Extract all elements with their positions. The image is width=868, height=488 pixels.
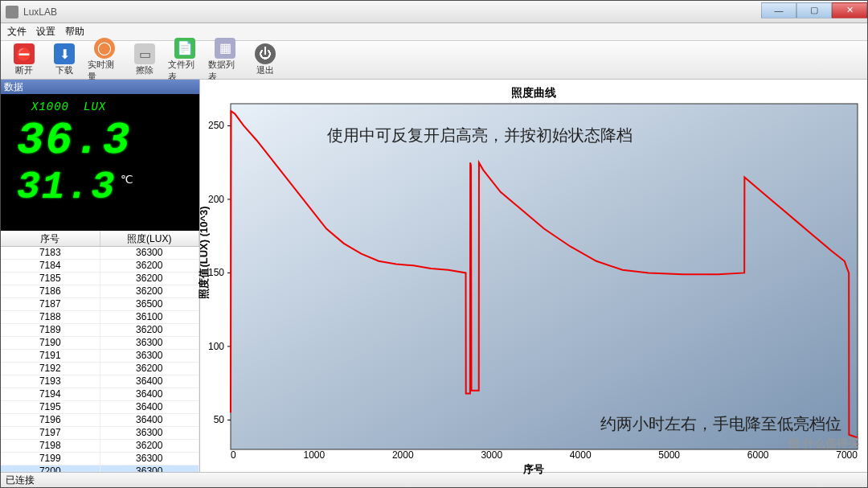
table-row[interactable]: 719436400 (1, 388, 199, 401)
table-row[interactable]: 718936200 (1, 324, 199, 337)
lcd-multiplier: X1000 (31, 100, 69, 113)
main-area: 数据 X1000 LUX 36.3 31.3 ℃ 序号 照度(LUX) 7183… (1, 80, 867, 472)
col-seq[interactable]: 序号 (1, 231, 100, 246)
status-text: 已连接 (6, 474, 35, 487)
realtime-button[interactable]: ◯实时测量 (86, 36, 123, 84)
svg-text:200: 200 (208, 194, 224, 205)
svg-rect-0 (231, 104, 858, 449)
data-grid[interactable]: 序号 照度(LUX) 71833630071843620071853620071… (1, 231, 199, 472)
table-row[interactable]: 719336400 (1, 375, 199, 388)
table-row[interactable]: 719836200 (1, 440, 199, 453)
table-row[interactable]: 718736500 (1, 298, 199, 311)
toolbar: ⛔断开 ⬇下载 ◯实时测量 ▭擦除 📄文件列表 ▦数据列表 ⏻退出 (1, 41, 867, 80)
titlebar: LuxLAB — ▢ ✕ (1, 1, 867, 23)
table-row[interactable]: 718836100 (1, 311, 199, 324)
exit-icon: ⏻ (255, 43, 276, 64)
watermark: 值 什么值得买 (788, 437, 859, 451)
menubar: 文件 设置 帮助 (1, 23, 867, 41)
table-row[interactable]: 718536200 (1, 273, 199, 285)
datalist-icon: ▦ (215, 38, 235, 59)
table-row[interactable]: 719736300 (1, 427, 199, 440)
table-row[interactable]: 719536400 (1, 401, 199, 414)
exit-button[interactable]: ⏻退出 (247, 42, 284, 78)
download-icon: ⬇ (54, 43, 75, 64)
download-button[interactable]: ⬇下载 (46, 42, 83, 78)
chart-xlabel: 序号 (208, 462, 859, 477)
table-row[interactable]: 718336300 (1, 247, 199, 260)
realtime-icon: ◯ (94, 38, 115, 59)
col-lux[interactable]: 照度(LUX) (100, 231, 200, 246)
svg-text:250: 250 (208, 120, 224, 131)
svg-text:50: 50 (214, 414, 225, 425)
menu-help[interactable]: 帮助 (65, 25, 84, 39)
close-button[interactable]: ✕ (832, 2, 867, 18)
window-title: LuxLAB (23, 6, 761, 18)
datalist-button[interactable]: ▦数据列表 (207, 36, 244, 84)
lcd-unit: LUX (84, 100, 106, 113)
table-row[interactable]: 719936300 (1, 453, 199, 465)
chart-plot[interactable]: 50100150200250 使用中可反复开启高亮，并按初始状态降档 约两小时左… (231, 104, 858, 449)
table-row[interactable]: 719036300 (1, 337, 199, 350)
chart-xticks: 01000200030004000500060007000 (231, 449, 858, 461)
side-panel: 数据 X1000 LUX 36.3 31.3 ℃ 序号 照度(LUX) 7183… (1, 80, 200, 472)
filelist-button[interactable]: 📄文件列表 (166, 36, 203, 84)
maximize-button[interactable]: ▢ (796, 2, 832, 18)
disconnect-button[interactable]: ⛔断开 (6, 42, 43, 78)
grid-header: 序号 照度(LUX) (1, 231, 199, 247)
lcd-temp-value: 31.3 (17, 168, 116, 207)
table-row[interactable]: 718436200 (1, 260, 199, 273)
app-icon (6, 6, 18, 18)
table-row[interactable]: 719136300 (1, 350, 199, 363)
disconnect-icon: ⛔ (14, 43, 35, 64)
table-row[interactable]: 720036300 (1, 465, 199, 472)
filelist-icon: 📄 (174, 38, 195, 59)
svg-text:100: 100 (208, 341, 224, 352)
clear-button[interactable]: ▭擦除 (126, 42, 163, 78)
chart-panel: 照度曲线 照度值(LUX) (10^3) 50100150200250 使用中可… (200, 80, 867, 472)
svg-text:150: 150 (208, 267, 224, 278)
chart-ylabel: 照度值(LUX) (10^3) (197, 206, 211, 298)
menu-settings[interactable]: 设置 (36, 25, 55, 39)
lcd-display: X1000 LUX 36.3 31.3 ℃ (1, 94, 199, 231)
minimize-button[interactable]: — (761, 2, 796, 18)
grid-body[interactable]: 7183363007184362007185362007186362007187… (1, 247, 199, 472)
lcd-main-value: 36.3 (9, 118, 191, 163)
menu-file[interactable]: 文件 (7, 25, 27, 39)
chart-title: 照度曲线 (208, 86, 859, 100)
side-panel-header: 数据 (1, 80, 199, 94)
clear-icon: ▭ (134, 43, 155, 64)
lcd-temp-unit: ℃ (121, 173, 133, 187)
table-row[interactable]: 719236200 (1, 363, 199, 375)
table-row[interactable]: 718636200 (1, 285, 199, 298)
table-row[interactable]: 719636400 (1, 414, 199, 427)
